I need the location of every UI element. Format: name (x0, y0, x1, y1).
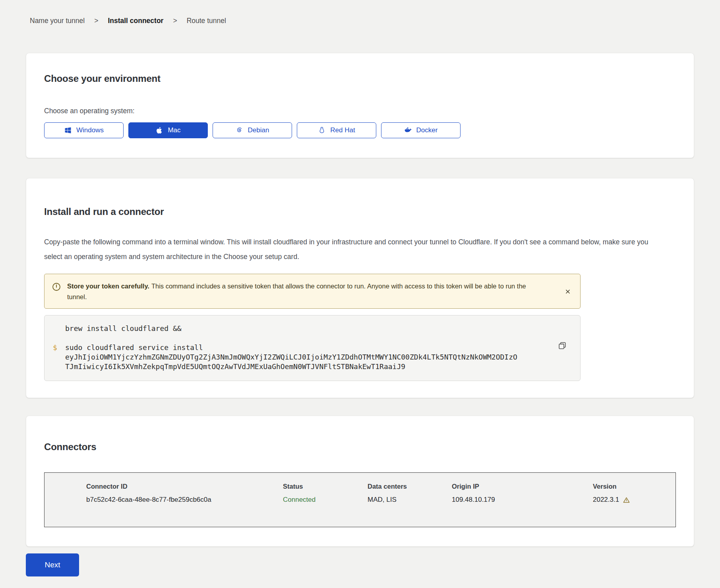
copy-button[interactable] (558, 341, 567, 350)
column-header-connector-id: Connector ID (86, 482, 283, 490)
code-line-brew: brew install cloudflared && (45, 324, 580, 333)
os-button-group: Windows Mac Debian Red Hat Docker (44, 122, 676, 138)
command-code-block[interactable]: brew install cloudflared && $ sudo cloud… (44, 315, 581, 381)
connector-id-cell: b7c52c42-6caa-48ee-8c77-fbe259cb6c0a (86, 496, 283, 504)
os-button-label: Red Hat (330, 126, 355, 134)
code-line-install: $ sudo cloudflared service install eyJhI… (45, 343, 580, 371)
origin-ip-cell: 109.48.10.179 (452, 496, 593, 504)
column-header-data-centers: Data centers (368, 482, 452, 490)
warning-close-button[interactable] (565, 288, 571, 295)
os-button-label: Docker (416, 126, 438, 134)
token-warning-banner: Store your token carefully.This command … (44, 274, 581, 309)
close-icon (565, 289, 571, 294)
shell-prompt: $ (45, 343, 65, 371)
token-text: eyJhIjoiOWM1YjczYzhmZGNmZDUyOTg2ZjA3NmJm… (65, 353, 517, 371)
copy-icon (558, 341, 567, 350)
install-connector-card: Install and run a connector Copy-paste t… (26, 178, 694, 398)
breadcrumb-separator: > (94, 17, 98, 25)
apple-logo-icon (155, 126, 163, 134)
os-button-debian[interactable]: Debian (213, 122, 292, 138)
os-button-windows[interactable]: Windows (44, 122, 124, 138)
table-header-row: Connector ID Status Data centers Origin … (86, 482, 668, 490)
docker-whale-icon (404, 126, 412, 134)
brew-command-text: brew install cloudflared && (65, 324, 518, 333)
breadcrumb-step-name-your-tunnel[interactable]: Name your tunnel (30, 17, 85, 25)
os-button-label: Mac (168, 126, 180, 134)
column-header-version: Version (593, 482, 668, 490)
install-card-title: Install and run a connector (44, 206, 676, 217)
os-button-label: Windows (76, 126, 104, 134)
warning-text: Store your token carefully.This command … (67, 281, 528, 302)
status-cell: Connected (283, 496, 368, 504)
install-card-description: Copy-paste the following command into a … (44, 235, 658, 264)
breadcrumb-separator: > (173, 17, 177, 25)
os-button-redhat[interactable]: Red Hat (297, 122, 376, 138)
code-gutter (45, 324, 65, 333)
connectors-table: Connector ID Status Data centers Origin … (44, 472, 676, 527)
version-value: 2022.3.1 (593, 496, 619, 504)
os-select-label: Choose an operating system: (44, 106, 676, 115)
linux-penguin-icon (318, 126, 326, 134)
version-warning-icon (623, 496, 630, 504)
column-header-status: Status (283, 482, 368, 490)
breadcrumb: Name your tunnel > Install connector > R… (30, 17, 226, 25)
breadcrumb-step-route-tunnel[interactable]: Route tunnel (187, 17, 226, 25)
os-button-mac[interactable]: Mac (128, 122, 208, 138)
environment-card-title: Choose your environment (44, 73, 676, 84)
version-cell: 2022.3.1 (593, 496, 668, 504)
table-row: b7c52c42-6caa-48ee-8c77-fbe259cb6c0a Con… (86, 496, 668, 504)
breadcrumb-step-install-connector[interactable]: Install connector (108, 17, 163, 25)
column-header-origin-ip: Origin IP (452, 482, 593, 490)
environment-card: Choose your environment Choose an operat… (26, 53, 694, 158)
os-button-label: Debian (248, 126, 269, 134)
connectors-card: Connectors Connector ID Status Data cent… (26, 416, 694, 547)
windows-logo-icon (64, 126, 72, 134)
install-command-text: sudo cloudflared service install eyJhIjo… (65, 343, 518, 371)
connectors-card-title: Connectors (44, 441, 676, 453)
os-button-docker[interactable]: Docker (381, 122, 461, 138)
next-button[interactable]: Next (26, 553, 79, 576)
data-centers-cell: MAD, LIS (368, 496, 452, 504)
install-command: sudo cloudflared service install (65, 343, 203, 352)
debian-swirl-icon (236, 126, 244, 134)
warning-title: Store your token carefully. (67, 282, 149, 290)
alert-circle-icon (52, 282, 61, 292)
